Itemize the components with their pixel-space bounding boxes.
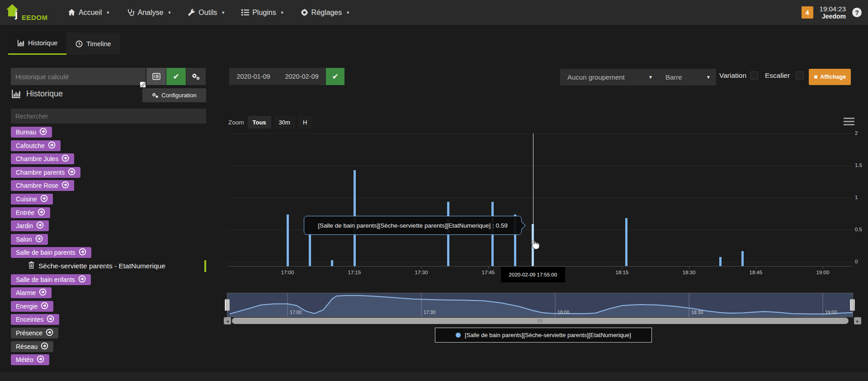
sidebar-tag-meteo[interactable]: Météo <box>11 354 49 365</box>
chart-legend[interactable]: [Salle de bain parents][Sèche-serviette … <box>435 328 652 343</box>
zoom-label: Zoom <box>228 119 244 126</box>
chart-bar-17-05[interactable] <box>309 233 311 266</box>
navigator-handle-right[interactable] <box>850 299 855 311</box>
equipment-list-button[interactable] <box>146 68 166 85</box>
zoom-all-button[interactable]: Tous <box>248 116 271 129</box>
chart-bar-18-16[interactable] <box>625 218 627 266</box>
tag-label: Alarme <box>16 289 36 296</box>
validate-selection-button[interactable]: ✔ <box>166 68 186 85</box>
arrow-circle-icon <box>78 275 86 284</box>
check-icon: ✔ <box>173 72 179 81</box>
chart-scrollbar: ◂ ▸ <box>224 317 861 324</box>
sidebar-tag-energie[interactable]: Energie <box>11 301 53 312</box>
tag-label: Météo <box>16 356 33 363</box>
nav-menu-analyse[interactable]: Analyse ▼ <box>118 0 180 25</box>
histogram-icon <box>11 89 21 99</box>
tag-label: Enceintes <box>16 316 43 323</box>
start-date-field[interactable]: 2020-01-09 <box>236 73 270 80</box>
affichage-button[interactable]: ✖ Affichage <box>809 69 851 85</box>
jeedom-logo[interactable]: j EEDOM <box>5 2 55 24</box>
nav-menu-accueil[interactable]: Accueil ▼ <box>60 0 118 25</box>
home-icon <box>68 9 75 16</box>
sidebar-tag-entree[interactable]: Entrée <box>11 207 50 218</box>
chart-bar-17-10[interactable] <box>331 260 333 266</box>
sidebar-tag-salle-de-bain-enfants[interactable]: Salle de bain enfants <box>11 274 91 285</box>
sidebar-tag-cafoutche[interactable]: Cafoutche <box>11 140 61 151</box>
calculated-history-input[interactable] <box>11 68 146 85</box>
scrollbar-thumb[interactable] <box>232 318 849 324</box>
navigator-tick-label: 19:00 <box>825 310 837 315</box>
navigator-handle-left[interactable] <box>225 299 230 311</box>
sidebar-tag-bureau[interactable]: Bureau <box>11 127 52 138</box>
chart-menu-icon[interactable] <box>844 118 854 125</box>
chart-zoom-controls: Zoom Tous 30m H <box>228 116 312 129</box>
nav-menu-outils[interactable]: Outils ▼ <box>179 0 233 25</box>
sidebar-tag-jardin[interactable]: Jardin <box>11 220 49 231</box>
sidebar-tag-salon[interactable]: Salon <box>11 234 48 245</box>
sidebar-tag-alarme[interactable]: Alarme <box>11 287 52 298</box>
escalier-label: Escalier <box>765 71 790 80</box>
tag-label: Cafoutche <box>16 142 45 149</box>
search-input[interactable] <box>11 109 206 124</box>
sidebar: ✔ Historique Configuration BureauCafoutc… <box>0 55 222 372</box>
navbar: j EEDOM Accueil ▼ Analyse ▼ Outils ▼ Plu… <box>0 0 868 25</box>
input-resize-grip[interactable] <box>140 82 146 87</box>
scrollbar-right-arrow[interactable]: ▸ <box>854 317 861 324</box>
grouping-value: Aucun groupement <box>567 73 625 81</box>
variation-label: Variation <box>719 71 746 80</box>
tab-timeline[interactable]: Timeline <box>66 33 120 55</box>
sidebar-tag-reseau[interactable]: Réseau <box>11 341 53 352</box>
sidebar-tag-chambre-rose[interactable]: Chambre Rose <box>11 180 74 191</box>
end-date-field[interactable]: 2020-02-09 <box>285 73 318 80</box>
arrow-circle-icon <box>47 315 54 324</box>
sidebar-tag-chambre-parents[interactable]: Chambre parents <box>11 167 80 178</box>
help-icon[interactable]: ? <box>852 8 862 17</box>
scrollbar-left-arrow[interactable]: ◂ <box>224 317 231 324</box>
sidebar-tag-enceintes[interactable]: Enceintes <box>11 314 59 325</box>
grouping-select[interactable]: Aucun groupement ▼ <box>560 69 658 86</box>
affichage-label: Affichage <box>820 74 846 80</box>
sidebar-tag-presence[interactable]: Présence <box>11 328 58 338</box>
configuration-button[interactable]: Configuration <box>142 88 206 102</box>
chart-type-select[interactable]: Barre ▼ <box>658 69 716 86</box>
legend-label: [Salle de bain parents][Sèche-serviette … <box>465 332 631 338</box>
caret-down-icon: ▼ <box>106 10 110 15</box>
plugin-list-icon <box>241 9 249 16</box>
tag-label: Chambre parents <box>16 169 65 176</box>
zoom-30m-button[interactable]: 30m <box>274 116 295 129</box>
chart-bar-18-42[interactable] <box>741 251 744 266</box>
jeedom-app: j EEDOM Accueil ▼ Analyse ▼ Outils ▼ Plu… <box>0 0 868 381</box>
apply-dates-button[interactable]: ✔ <box>326 68 344 85</box>
trash-icon[interactable] <box>28 262 35 271</box>
nav-menu-reglages[interactable]: Réglages ▼ <box>292 0 359 25</box>
chart-navigator[interactable]: 17:0017:3018:0018:3019:00 <box>227 293 853 317</box>
y-tick-label: 0 <box>855 259 858 264</box>
update-count-badge[interactable]: 4 <box>802 6 813 19</box>
chart-bar-18-37[interactable] <box>719 257 722 266</box>
brand-letter: j <box>15 8 18 20</box>
navigator-tick-label: 17:00 <box>290 310 302 315</box>
caret-down-icon: ▼ <box>346 10 350 15</box>
scrollbar-grip-icon <box>538 319 543 323</box>
sidebar-tag-chambre-jules[interactable]: Chambre Jules <box>11 153 74 164</box>
y-axis-labels: 00.511.52 <box>855 133 868 269</box>
zoom-hour-button[interactable]: H <box>298 116 312 129</box>
variation-checkbox[interactable] <box>750 71 758 80</box>
navigator-tick-label: 17:30 <box>424 310 435 315</box>
tag-label: Salon <box>16 236 32 243</box>
tab-historique[interactable]: Historique <box>8 33 66 55</box>
chart-bar-17-00[interactable] <box>287 214 289 266</box>
selected-history-item[interactable]: Sèche-serviette parents - EtatNumerique <box>28 261 165 271</box>
x-tick-label: 17:00 <box>274 270 301 275</box>
nav-menu-label: Accueil <box>79 9 102 17</box>
escalier-checkbox[interactable] <box>796 71 804 80</box>
nav-menu-label: Analyse <box>138 9 164 17</box>
chart-tooltip: [Salle de bain parents][Sèche-serviette … <box>304 216 522 235</box>
nav-menu-plugins[interactable]: Plugins ▼ <box>233 0 292 25</box>
sidebar-tag-salle-de-bain-parents[interactable]: Salle de bain parents <box>11 247 91 258</box>
sidebar-tag-cuisine[interactable]: Cuisine <box>11 194 53 205</box>
options-gears-button[interactable] <box>186 68 206 85</box>
list-icon <box>152 72 160 81</box>
tag-label: Jardin <box>16 222 33 229</box>
caret-down-icon: ▼ <box>221 10 225 15</box>
